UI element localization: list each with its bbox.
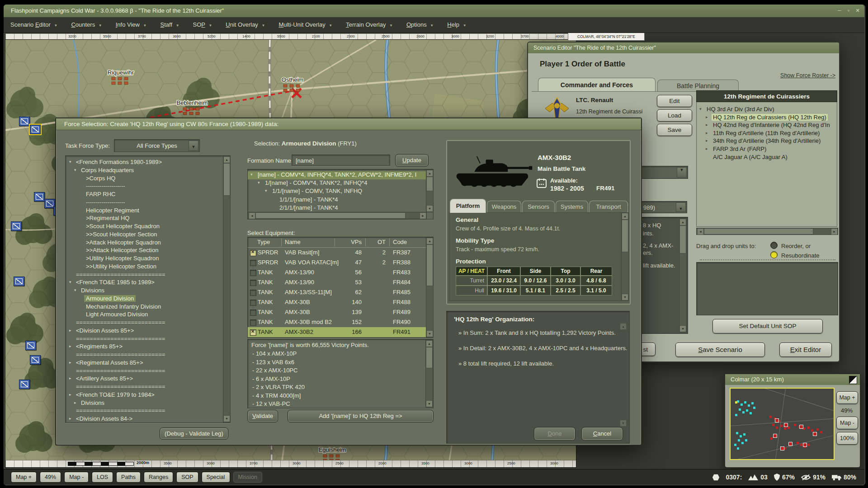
tree-expander-icon[interactable]: ▸: [706, 115, 708, 119]
save-scenario-button[interactable]: Save Scenario: [675, 343, 765, 357]
friendly-unit-counter[interactable]: [19, 380, 30, 389]
tree-expander-icon[interactable]: ▾: [69, 280, 71, 284]
scroll-left-icon[interactable]: ◄: [697, 228, 704, 235]
statusbar-los-button[interactable]: LOS: [92, 472, 113, 483]
scroll-right-icon[interactable]: ►: [831, 228, 838, 235]
tree-expander-icon[interactable]: ▾: [74, 288, 76, 292]
tab-sensors[interactable]: Sensors: [522, 201, 555, 213]
scroll-down-icon[interactable]: ▼: [426, 205, 433, 212]
unit-tree-row[interactable]: A/C Jaguar A (A/C Jaguar A): [697, 154, 837, 161]
equipment-vscroll[interactable]: ▲ ▼: [426, 237, 434, 338]
formation-row[interactable]: 2/1/1/[name] - TANK*4: [248, 204, 426, 212]
dialog-title[interactable]: Force Selection: Create 'HQ 12th Reg' us…: [56, 118, 641, 130]
add-formation-button[interactable]: Add '[name]' to HQ 12th Reg =>: [288, 410, 434, 422]
minimap-zoom-in-button[interactable]: Map +: [836, 391, 858, 404]
radio-reorder[interactable]: [770, 242, 778, 249]
tree-item[interactable]: >>Attack Helicopter Section: [86, 247, 158, 253]
tree-expander-icon[interactable]: ▾: [69, 160, 71, 164]
maximize-icon[interactable]: ▫: [844, 6, 853, 14]
tree-item[interactable]: >Attack Helicopter Squadron: [86, 239, 161, 246]
column-header[interactable]: Name: [285, 239, 339, 245]
tree-expander-icon[interactable]: ▸: [74, 400, 76, 405]
tree-item[interactable]: Mechanized Infantry Division: [86, 303, 161, 310]
equipment-checkbox[interactable]: [250, 280, 256, 286]
scroll-down-icon[interactable]: ▼: [426, 330, 433, 337]
menu-scenario-editor[interactable]: Scenario Editor ▼: [4, 17, 64, 33]
equipment-row[interactable]: TANKAMX-30B mod B2152FR490: [248, 317, 426, 327]
equipment-checkbox[interactable]: [250, 260, 256, 266]
tree-expander-icon[interactable]: ▸: [69, 360, 71, 365]
done-button[interactable]: Done: [534, 427, 576, 441]
formation-row[interactable]: ▾[name] - COMV*4, INFHQ*4, TANK*2, APCW*…: [248, 171, 426, 179]
tree-vscroll[interactable]: ▲ ▼: [223, 156, 231, 422]
friendly-unit-counter[interactable]: [30, 125, 41, 134]
scroll-up-icon[interactable]: ▲: [622, 213, 628, 220]
tree-item[interactable]: Divisions: [81, 399, 104, 406]
tree-item[interactable]: >>Scout Helicopter Section: [86, 231, 157, 238]
tree-expander-icon[interactable]: ▸: [706, 138, 708, 143]
unit-tree-row[interactable]: ▸34th Reg d'Artillerie (34th Reg d'Artil…: [697, 137, 837, 145]
tree-item[interactable]: Helicopter Regiment: [86, 207, 139, 214]
column-header[interactable]: OT: [364, 239, 386, 245]
scroll-up-icon[interactable]: ▲: [426, 238, 433, 244]
menu-terrain-overlay[interactable]: Terrain Overlay ▼: [339, 17, 400, 33]
debug-validate-leg-button[interactable]: (Debug - Validate Leg): [160, 427, 228, 440]
update-button[interactable]: Update: [395, 154, 429, 167]
tree-item[interactable]: >Regimental HQ: [86, 215, 129, 221]
statusbar-special-button[interactable]: Special: [202, 472, 230, 483]
menu-staff[interactable]: Staff ▼: [154, 17, 186, 33]
tab-weapons[interactable]: Weapons: [487, 201, 521, 213]
column-header[interactable]: Type: [257, 239, 282, 245]
tree-item[interactable]: <Artillery Assets 85+>: [76, 375, 133, 382]
menu-unit-overlay[interactable]: Unit Overlay ▼: [219, 17, 272, 33]
tab-commander-and-forces[interactable]: Commander and Forces: [538, 78, 656, 92]
tree-expander-icon[interactable]: ▸: [69, 344, 71, 348]
exit-editor-button[interactable]: Exit Editor: [779, 343, 832, 357]
unit-tree-row[interactable]: ▸FARP 3rd Ar (FARP): [697, 145, 837, 153]
formation-row[interactable]: ▾1/1/[name] - COMV, TANK, INFHQ: [248, 188, 426, 196]
tree-item[interactable]: >Corps HQ: [86, 175, 115, 182]
friendly-unit-counter[interactable]: [30, 355, 41, 365]
load-commander-button[interactable]: Load: [657, 109, 692, 122]
cancel-button[interactable]: Cancel: [581, 427, 623, 441]
window-titlebar[interactable]: Flashpoint Campaigns Cold War - 3.0.0.98…: [4, 5, 864, 17]
unit-list-hscroll[interactable]: ◄ ►: [696, 228, 838, 235]
scroll-up-icon[interactable]: ▲: [679, 219, 686, 225]
show-force-roster-link[interactable]: Show Force Roster ->: [733, 72, 835, 79]
scroll-up-icon[interactable]: ▲: [426, 340, 433, 347]
menu-counters[interactable]: Counters ▼: [64, 17, 108, 33]
minimize-icon[interactable]: ─: [835, 6, 844, 14]
set-default-unit-sop-button[interactable]: Set Default Unit SOP: [712, 319, 823, 333]
column-header[interactable]: Code: [393, 239, 420, 245]
equipment-row[interactable]: SPRDRVAB VOA RATAC[m]472FR388: [248, 258, 426, 267]
equipment-checkbox[interactable]: [250, 250, 256, 256]
tree-item[interactable]: <French TO&E 1979 to 1984>: [76, 391, 155, 398]
scroll-left-icon[interactable]: ◄: [249, 212, 255, 219]
formation-row[interactable]: ▾1/[name] - COMV*4, TANK*2, INFHQ*4: [248, 179, 426, 188]
tree-item[interactable]: <Regimental Assets 85+>: [76, 359, 143, 366]
equipment-row[interactable]: TANKAMX-30B2166FR491: [248, 327, 426, 337]
scrollbar-thumb[interactable]: [622, 220, 628, 252]
tree-item[interactable]: >Utility Helicopter Squadron: [86, 255, 159, 262]
menu-info-view[interactable]: Info View ▼: [109, 17, 154, 33]
tree-expander-icon[interactable]: ▾: [265, 188, 267, 193]
equipment-row[interactable]: SPRDRVAB Rasit[m]482FR387: [248, 248, 426, 258]
tree-expander-icon[interactable]: ▸: [69, 328, 71, 333]
friendly-unit-counter[interactable]: [25, 341, 36, 350]
tree-item[interactable]: Armoured Division: [86, 295, 134, 302]
tab-platform[interactable]: Platform: [450, 199, 486, 213]
equipment-checkbox[interactable]: [250, 319, 256, 326]
tree-expander-icon[interactable]: ▾: [74, 168, 76, 172]
tree-item[interactable]: <Division Assets 85+>: [76, 327, 134, 334]
scrollbar-thumb[interactable]: [426, 177, 433, 191]
tree-expander-icon[interactable]: ▾: [250, 172, 253, 177]
formation-hscroll[interactable]: ◄ ►: [248, 212, 427, 219]
minimap-toggle-icon[interactable]: [849, 376, 857, 384]
scroll-down-icon[interactable]: ▼: [622, 294, 628, 300]
statusbar-paths-button[interactable]: Paths: [116, 472, 141, 483]
task-force-type-dropdown[interactable]: All Force Types ▼: [114, 139, 200, 152]
equipment-checkbox[interactable]: [250, 270, 256, 276]
scrollbar-thumb[interactable]: [255, 212, 406, 219]
scrollbar-thumb[interactable]: [426, 347, 433, 368]
equipment-row[interactable]: TANKAMX-30B140FR488: [248, 297, 426, 307]
